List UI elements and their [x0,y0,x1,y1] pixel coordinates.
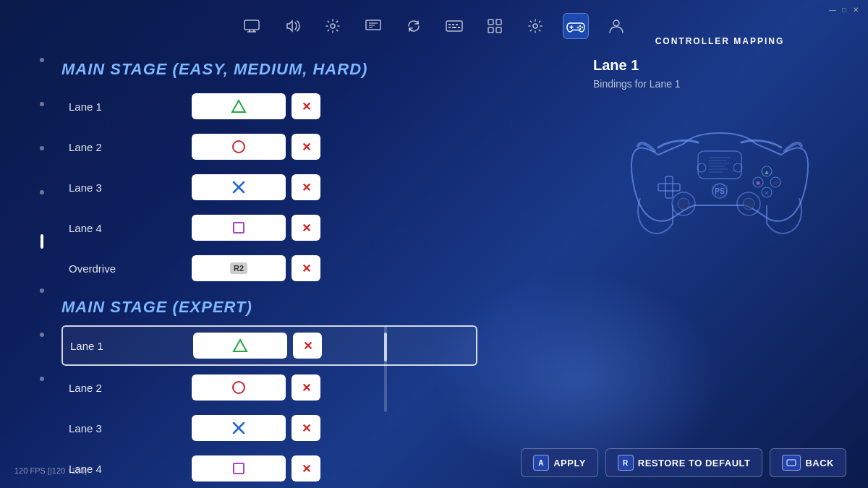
expert-lane-4-label: Lane 4 [69,463,192,475]
maximize-button[interactable]: □ [839,4,849,14]
expert-lane-1-label: Lane 1 [70,340,193,352]
back-button[interactable]: BACK [770,448,846,477]
nav-config[interactable] [522,13,548,39]
svg-rect-12 [456,24,458,25]
svg-point-24 [582,27,583,28]
svg-marker-28 [232,100,245,112]
svg-point-4 [331,24,335,28]
svg-point-23 [579,25,581,27]
svg-text:○: ○ [773,179,778,187]
easy-lane-3-button[interactable] [192,174,286,200]
svg-rect-19 [496,27,501,33]
svg-rect-32 [234,223,244,233]
easy-lane-2-button[interactable] [192,134,286,160]
expert-lane-1-button[interactable] [193,333,287,359]
easy-lane-4-delete[interactable]: ✕ [292,215,320,241]
sidebar-active-indicator [41,234,43,249]
svg-rect-11 [452,24,454,25]
easy-section-title: MAIN STAGE (EASY, MEDIUM, HARD) [61,60,477,79]
easy-lane-4-button[interactable] [192,215,286,241]
expert-lane-3-row: Lane 3 ✕ [61,409,477,447]
svg-rect-9 [446,21,462,31]
back-badge [782,455,801,471]
svg-rect-37 [234,463,244,474]
svg-rect-69 [787,460,796,466]
apply-badge: A [533,455,549,471]
restore-default-button[interactable]: R RESTORE TO DEFAULT [605,448,763,477]
svg-point-42 [697,163,706,172]
svg-rect-43 [665,176,673,198]
sidebar-dot [40,190,44,194]
easy-lane-3-row: Lane 3 ✕ [61,168,477,206]
expert-lane-3-label: Lane 3 [69,422,192,435]
window-controls: — □ ✕ [820,0,868,19]
back-label: BACK [805,458,834,468]
nav-monitor[interactable] [239,13,265,39]
expert-lane-4-button[interactable] [192,455,286,481]
expert-lane-2-delete[interactable]: ✕ [292,374,320,401]
svg-rect-15 [458,27,460,28]
svg-point-56 [743,198,754,210]
main-content: MAIN STAGE (EASY, MEDIUM, HARD) Lane 1 ✕… [61,54,477,488]
easy-lane-3-delete[interactable]: ✕ [292,174,320,200]
nav-profile[interactable] [603,13,629,39]
restore-label: RESTORE TO DEFAULT [638,458,751,468]
expert-lane-4-row: Lane 4 ✕ [61,450,477,487]
minimize-button[interactable]: — [827,4,838,14]
svg-rect-17 [496,20,501,25]
expert-lane-1-delete[interactable]: ✕ [293,333,322,359]
expert-lane-2-button[interactable] [192,374,286,401]
svg-point-20 [533,24,537,28]
scroll-thumb[interactable] [384,333,387,361]
easy-lane-2-delete[interactable]: ✕ [292,134,320,160]
sidebar-dot [40,288,44,293]
sidebar-dot [40,377,44,381]
nav-keyboard[interactable] [441,13,467,39]
svg-point-27 [613,20,619,26]
selected-lane-title: Lane 1 [593,57,846,74]
controller-image: PS ▲ ○ ✕ ■ [593,104,846,249]
apply-label: APPLY [553,458,586,468]
nav-controller[interactable] [563,13,589,39]
svg-point-26 [577,27,579,28]
svg-text:✕: ✕ [764,189,770,197]
easy-lane-1-row: Lane 1 ✕ [61,87,477,125]
scrollbar[interactable] [384,325,387,412]
svg-rect-14 [452,27,456,28]
nav-audio[interactable] [279,13,305,39]
svg-rect-16 [488,20,493,25]
svg-rect-44 [658,184,680,191]
sidebar-dot [40,102,44,106]
svg-text:■: ■ [756,179,760,187]
bottom-bar: A APPLY R RESTORE TO DEFAULT BACK [521,448,846,477]
expert-lane-2-label: Lane 2 [69,382,192,394]
easy-lane-1-delete[interactable]: ✕ [292,93,320,119]
expert-section-title: MAIN STAGE (EXPERT) [61,298,477,317]
panel-title: CONTROLLER MAPPING [593,36,846,46]
easy-lane-2-label: Lane 2 [69,141,192,153]
expert-lane-3-button[interactable] [192,415,286,441]
nav-grid[interactable] [482,13,508,39]
svg-point-34 [233,382,244,393]
svg-rect-13 [448,27,451,28]
left-sidebar [40,58,44,381]
expert-lane-4-delete[interactable]: ✕ [292,455,320,481]
apply-button[interactable]: A APPLY [521,448,598,477]
svg-rect-10 [448,24,451,25]
expert-lane-3-delete[interactable]: ✕ [292,415,320,441]
nav-sync[interactable] [401,13,427,39]
nav-display[interactable] [360,13,386,39]
nav-settings[interactable] [320,13,346,39]
easy-lane-1-button[interactable] [192,93,286,119]
easy-lane-1-label: Lane 1 [69,100,192,113]
expert-lane-1-row: Lane 1 ✕ [61,325,477,366]
easy-lane-2-row: Lane 2 ✕ [61,128,477,166]
svg-rect-18 [488,27,493,33]
easy-overdrive-delete[interactable]: ✕ [292,255,320,281]
expert-lane-2-row: Lane 2 ✕ [61,369,477,406]
easy-overdrive-button[interactable]: R2 [192,255,286,281]
easy-lane-3-label: Lane 3 [69,181,192,194]
right-panel: CONTROLLER MAPPING Lane 1 Bindings for L… [593,36,846,437]
close-button[interactable]: ✕ [851,4,861,14]
svg-rect-0 [244,20,259,30]
